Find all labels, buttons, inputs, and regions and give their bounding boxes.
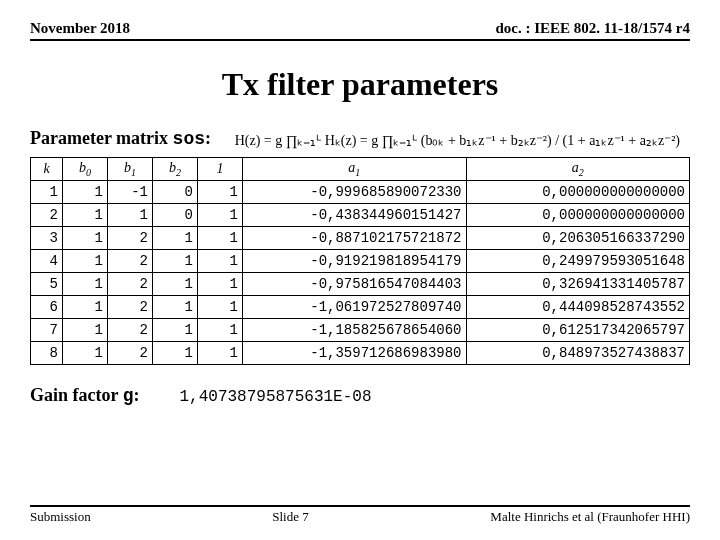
col-k: k bbox=[31, 158, 63, 181]
cell-b1: 2 bbox=[108, 227, 153, 250]
sos-table: k b0 b1 b2 1 a1 a2 11-101-0,999685890072… bbox=[30, 157, 690, 365]
cell-k: 8 bbox=[31, 342, 63, 365]
cell-b2: 1 bbox=[153, 319, 198, 342]
cell-a2: 0,000000000000000 bbox=[466, 181, 690, 204]
cell-one: 1 bbox=[198, 273, 243, 296]
cell-b1: -1 bbox=[108, 181, 153, 204]
cell-a2: 0,444098528743552 bbox=[466, 296, 690, 319]
cell-b1: 2 bbox=[108, 296, 153, 319]
cell-a1: -0,887102175721872 bbox=[243, 227, 467, 250]
table-row: 11-101-0,9996858900723300,00000000000000… bbox=[31, 181, 690, 204]
cell-a1: -0,999685890072330 bbox=[243, 181, 467, 204]
cell-b2: 0 bbox=[153, 204, 198, 227]
cell-b1: 2 bbox=[108, 319, 153, 342]
cell-one: 1 bbox=[198, 181, 243, 204]
cell-b0: 1 bbox=[63, 296, 108, 319]
cell-b2: 0 bbox=[153, 181, 198, 204]
footer-right: Malte Hinrichs et al (Fraunhofer HHI) bbox=[490, 509, 690, 525]
cell-k: 3 bbox=[31, 227, 63, 250]
cell-k: 4 bbox=[31, 250, 63, 273]
gain-label: Gain factor g: bbox=[30, 385, 139, 406]
cell-b2: 1 bbox=[153, 296, 198, 319]
cell-b0: 1 bbox=[63, 204, 108, 227]
table-row: 71211-1,1858256786540600,612517342065797 bbox=[31, 319, 690, 342]
page-title: Tx filter parameters bbox=[30, 66, 690, 103]
cell-b2: 1 bbox=[153, 250, 198, 273]
param-matrix-row: Parameter matrix sos: H(z) = g ∏ₖ₌₁ᴸ Hₖ(… bbox=[30, 128, 690, 149]
cell-b1: 2 bbox=[108, 250, 153, 273]
gain-label-code: g bbox=[123, 386, 134, 406]
table-row: 81211-1,3597126869839800,848973527438837 bbox=[31, 342, 690, 365]
cell-b1: 2 bbox=[108, 342, 153, 365]
header-doc-id: doc. : IEEE 802. 11-18/1574 r4 bbox=[495, 20, 690, 37]
footer: Submission Slide 7 Malte Hinrichs et al … bbox=[30, 505, 690, 525]
header: November 2018 doc. : IEEE 802. 11-18/157… bbox=[30, 20, 690, 41]
transfer-function-formula: H(z) = g ∏ₖ₌₁ᴸ Hₖ(z) = g ∏ₖ₌₁ᴸ (b₀ₖ + b₁… bbox=[235, 132, 680, 149]
col-one: 1 bbox=[198, 158, 243, 181]
table-row: 61211-1,0619725278097400,444098528743552 bbox=[31, 296, 690, 319]
cell-b0: 1 bbox=[63, 273, 108, 296]
footer-left: Submission bbox=[30, 509, 91, 525]
col-a1: a1 bbox=[243, 158, 467, 181]
cell-b0: 1 bbox=[63, 319, 108, 342]
table-row: 31211-0,8871021757218720,206305166337290 bbox=[31, 227, 690, 250]
cell-one: 1 bbox=[198, 319, 243, 342]
gain-label-prefix: Gain factor bbox=[30, 385, 123, 405]
cell-b2: 1 bbox=[153, 227, 198, 250]
footer-center: Slide 7 bbox=[272, 509, 308, 525]
header-date: November 2018 bbox=[30, 20, 130, 37]
table-row: 21101-0,4383449601514270,000000000000000 bbox=[31, 204, 690, 227]
cell-a2: 0,206305166337290 bbox=[466, 227, 690, 250]
cell-k: 2 bbox=[31, 204, 63, 227]
cell-a2: 0,000000000000000 bbox=[466, 204, 690, 227]
cell-one: 1 bbox=[198, 250, 243, 273]
cell-b0: 1 bbox=[63, 227, 108, 250]
cell-a2: 0,612517342065797 bbox=[466, 319, 690, 342]
cell-k: 5 bbox=[31, 273, 63, 296]
cell-a1: -1,185825678654060 bbox=[243, 319, 467, 342]
cell-a1: -1,359712686983980 bbox=[243, 342, 467, 365]
cell-b0: 1 bbox=[63, 342, 108, 365]
cell-b2: 1 bbox=[153, 342, 198, 365]
col-b1: b1 bbox=[108, 158, 153, 181]
table-header-row: k b0 b1 b2 1 a1 a2 bbox=[31, 158, 690, 181]
cell-b1: 2 bbox=[108, 273, 153, 296]
cell-b1: 1 bbox=[108, 204, 153, 227]
param-matrix-label: Parameter matrix sos: bbox=[30, 128, 211, 149]
gain-value: 1,40738795875631E-08 bbox=[179, 388, 371, 406]
cell-a1: -0,919219818954179 bbox=[243, 250, 467, 273]
cell-k: 6 bbox=[31, 296, 63, 319]
gain-label-suffix: : bbox=[133, 385, 139, 405]
cell-a2: 0,848973527438837 bbox=[466, 342, 690, 365]
cell-k: 1 bbox=[31, 181, 63, 204]
col-b0: b0 bbox=[63, 158, 108, 181]
cell-a1: -0,975816547084403 bbox=[243, 273, 467, 296]
table-row: 51211-0,9758165470844030,326941331405787 bbox=[31, 273, 690, 296]
param-label-code: sos bbox=[173, 129, 205, 149]
cell-k: 7 bbox=[31, 319, 63, 342]
cell-b2: 1 bbox=[153, 273, 198, 296]
cell-one: 1 bbox=[198, 227, 243, 250]
param-label-prefix: Parameter matrix bbox=[30, 128, 173, 148]
cell-a1: -0,438344960151427 bbox=[243, 204, 467, 227]
table-row: 41211-0,9192198189541790,249979593051648 bbox=[31, 250, 690, 273]
cell-a2: 0,326941331405787 bbox=[466, 273, 690, 296]
param-label-suffix: : bbox=[205, 128, 211, 148]
cell-b0: 1 bbox=[63, 250, 108, 273]
cell-a2: 0,249979593051648 bbox=[466, 250, 690, 273]
col-a2: a2 bbox=[466, 158, 690, 181]
cell-one: 1 bbox=[198, 342, 243, 365]
cell-one: 1 bbox=[198, 204, 243, 227]
col-b2: b2 bbox=[153, 158, 198, 181]
cell-one: 1 bbox=[198, 296, 243, 319]
cell-a1: -1,061972527809740 bbox=[243, 296, 467, 319]
gain-row: Gain factor g: 1,40738795875631E-08 bbox=[30, 385, 690, 406]
cell-b0: 1 bbox=[63, 181, 108, 204]
